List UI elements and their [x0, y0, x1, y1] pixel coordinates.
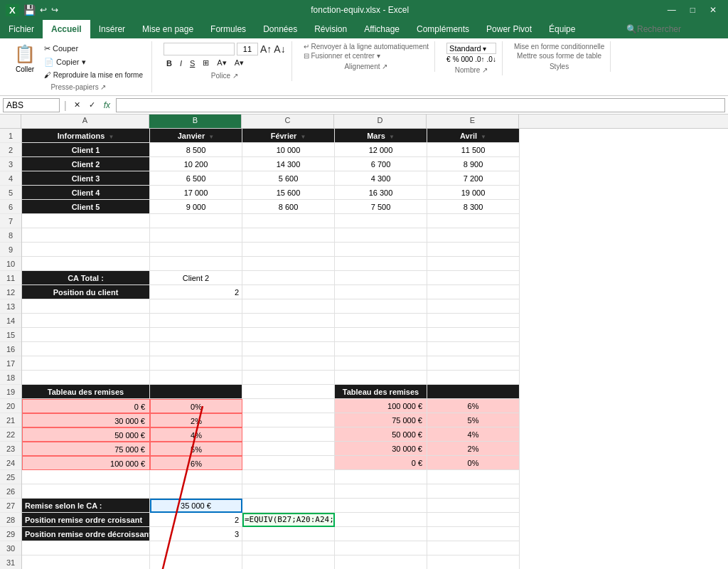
cell-c16[interactable]: [242, 342, 335, 356]
font-color-button[interactable]: A▾: [232, 57, 247, 69]
cell-e12[interactable]: [427, 285, 520, 299]
cell-a24[interactable]: 100 000 €: [22, 456, 150, 470]
cell-b6[interactable]: 9 000: [150, 200, 242, 214]
cell-d11[interactable]: [335, 271, 427, 285]
cell-b23[interactable]: 5%: [150, 442, 242, 456]
cell-a10[interactable]: [22, 257, 150, 271]
cell-b12[interactable]: 2: [150, 285, 242, 299]
decimal-down-icon[interactable]: .0↓: [487, 55, 496, 63]
cell-b19[interactable]: [150, 385, 242, 399]
close-icon[interactable]: ✕: [704, 4, 722, 16]
filter-b1-icon[interactable]: ▼: [208, 134, 214, 140]
cell-d20[interactable]: 100 000 €: [335, 399, 427, 413]
decimal-up-icon[interactable]: .0↑: [475, 55, 484, 63]
cell-e19[interactable]: [427, 385, 520, 399]
cell-e17[interactable]: [427, 356, 520, 371]
confirm-formula-button[interactable]: ✓: [86, 99, 98, 111]
cell-d30[interactable]: [335, 541, 427, 555]
cell-b24[interactable]: 6%: [150, 456, 242, 470]
cell-c29[interactable]: [242, 527, 335, 541]
fx-icon[interactable]: fx: [101, 100, 113, 110]
minimize-icon[interactable]: —: [662, 4, 682, 16]
cell-c24[interactable]: [242, 456, 335, 470]
cell-b22[interactable]: 4%: [150, 427, 242, 442]
cell-b21[interactable]: 2%: [150, 413, 242, 427]
cell-c5[interactable]: 15 600: [242, 186, 335, 200]
cell-c27[interactable]: [242, 499, 335, 513]
cell-d26[interactable]: [335, 484, 427, 499]
cell-c8[interactable]: [242, 228, 335, 243]
cell-c3[interactable]: 14 300: [242, 157, 335, 171]
cell-e25[interactable]: [427, 470, 520, 484]
cell-a12[interactable]: Position du client: [22, 285, 150, 299]
coller-button[interactable]: 📋: [11, 43, 38, 65]
cell-b9[interactable]: [150, 243, 242, 257]
tab-fichier[interactable]: Fichier: [0, 20, 43, 38]
comma-icon[interactable]: 000: [461, 55, 473, 63]
quick-redo-icon[interactable]: ↪: [51, 5, 58, 15]
tab-formules[interactable]: Formules: [202, 20, 255, 38]
cell-b31[interactable]: [150, 555, 242, 569]
cell-b11[interactable]: Client 2: [150, 271, 242, 285]
cell-c28[interactable]: =EQUIV(B27;A20:A24;1): [242, 513, 335, 527]
cell-c23[interactable]: [242, 442, 335, 456]
cell-d31[interactable]: [335, 555, 427, 569]
cell-a19[interactable]: Tableau des remises: [22, 385, 150, 399]
couper-button[interactable]: ✂ Couper: [41, 43, 146, 55]
cell-d12[interactable]: [335, 285, 427, 299]
filter-e1-icon[interactable]: ▼: [481, 134, 486, 140]
cell-b30[interactable]: [150, 541, 242, 555]
cell-b25[interactable]: [150, 470, 242, 484]
cell-e10[interactable]: [427, 257, 520, 271]
number-format-dropdown-icon[interactable]: ▾: [483, 45, 486, 53]
formula-input[interactable]: =EQUIV(B27;A20:A24;1): [116, 98, 725, 112]
cell-e31[interactable]: [427, 555, 520, 569]
cell-d3[interactable]: 6 700: [335, 157, 427, 171]
cell-c10[interactable]: [242, 257, 335, 271]
cell-e5[interactable]: 19 000: [427, 186, 520, 200]
cell-e24[interactable]: 0%: [427, 456, 520, 470]
cell-c12[interactable]: [242, 285, 335, 299]
cell-c31[interactable]: [242, 555, 335, 569]
cell-a17[interactable]: [22, 356, 150, 371]
cell-d24[interactable]: 0 €: [335, 456, 427, 470]
cell-c1[interactable]: Février ▼: [242, 129, 335, 143]
cell-e14[interactable]: [427, 314, 520, 328]
cell-a23[interactable]: 75 000 €: [22, 442, 150, 456]
cell-a2[interactable]: Client 1: [22, 143, 150, 157]
cell-a5[interactable]: Client 4: [22, 186, 150, 200]
percent-icon[interactable]: %: [453, 55, 459, 63]
cell-d16[interactable]: [335, 342, 427, 356]
cell-b14[interactable]: [150, 314, 242, 328]
cell-b15[interactable]: [150, 328, 242, 342]
cell-e20[interactable]: 6%: [427, 399, 520, 413]
font-size-down-button[interactable]: A↓: [274, 43, 285, 55]
cell-e7[interactable]: [427, 214, 520, 228]
cell-a7[interactable]: [22, 214, 150, 228]
cell-c11[interactable]: [242, 271, 335, 285]
cell-a3[interactable]: Client 2: [22, 157, 150, 171]
cell-e3[interactable]: 8 900: [427, 157, 520, 171]
cell-c30[interactable]: [242, 541, 335, 555]
cell-e4[interactable]: 7 200: [427, 171, 520, 186]
cell-d8[interactable]: [335, 228, 427, 243]
cell-c9[interactable]: [242, 243, 335, 257]
cell-e30[interactable]: [427, 541, 520, 555]
cell-b16[interactable]: [150, 342, 242, 356]
font-size-input[interactable]: [237, 43, 258, 55]
cell-d17[interactable]: [335, 356, 427, 371]
cell-d10[interactable]: [335, 257, 427, 271]
cell-e6[interactable]: 8 300: [427, 200, 520, 214]
cell-c25[interactable]: [242, 470, 335, 484]
cell-a1[interactable]: Informations ▼: [22, 129, 150, 143]
cell-d23[interactable]: 30 000 €: [335, 442, 427, 456]
maximize-icon[interactable]: □: [685, 4, 701, 16]
cell-d6[interactable]: 7 500: [335, 200, 427, 214]
cell-a21[interactable]: 30 000 €: [22, 413, 150, 427]
cell-a28[interactable]: Position remise ordre croissant: [22, 513, 150, 527]
quick-save-icon[interactable]: 💾: [23, 4, 36, 16]
cell-a14[interactable]: [22, 314, 150, 328]
col-header-e[interactable]: E: [427, 115, 519, 128]
cell-a27[interactable]: Remise selon le CA :: [22, 499, 150, 513]
tab-inserer[interactable]: Insérer: [90, 20, 134, 38]
